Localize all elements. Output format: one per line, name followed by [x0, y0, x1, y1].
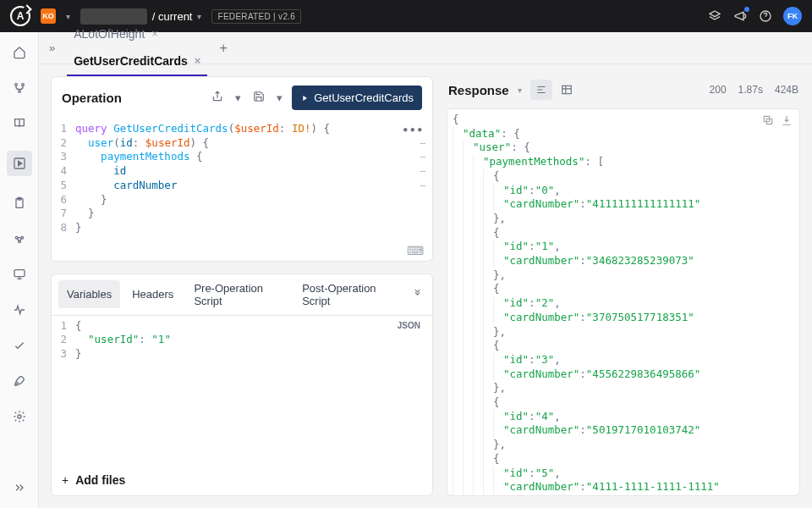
response-title: Response	[448, 83, 509, 97]
kebab-icon[interactable]: •••	[402, 124, 424, 138]
keyboard-icon[interactable]: ⌨	[52, 242, 432, 261]
clipboard-icon[interactable]	[11, 195, 28, 212]
svg-point-2	[21, 84, 24, 86]
subtab[interactable]: Pre-Operation Script	[185, 274, 290, 315]
rocket-icon[interactable]	[11, 373, 28, 389]
response-header: Response ▾ 200 1.87s 424B	[447, 76, 800, 108]
monitor-icon[interactable]	[11, 266, 28, 283]
branch-icon[interactable]	[11, 80, 28, 97]
view-table-icon[interactable]	[556, 80, 578, 100]
svg-rect-12	[562, 86, 571, 93]
share-icon[interactable]	[209, 88, 226, 108]
tabbar: » ALotOfHeight×GetUserCreditCards× +	[39, 32, 812, 64]
sidebar	[0, 32, 39, 508]
operation-title: Operation	[62, 91, 202, 105]
tab[interactable]: ALotOfHeight×	[67, 20, 207, 47]
view-json-icon[interactable]	[530, 80, 552, 100]
svg-point-1	[14, 84, 17, 86]
svg-rect-10	[14, 270, 25, 277]
response-time: 1.87s	[738, 84, 763, 96]
operation-panel: Operation ▾ ▾ GetUserCreditCards ••• 1qu…	[51, 76, 433, 262]
avatar[interactable]: FK	[783, 7, 802, 25]
subtab[interactable]: Variables	[58, 280, 120, 308]
add-files-button[interactable]: + Add files	[52, 465, 432, 495]
collapse-icon[interactable]	[11, 479, 28, 496]
play-icon[interactable]	[7, 151, 32, 176]
cloud-icon[interactable]	[11, 230, 28, 247]
variables-editor[interactable]: 1{2 "userId": "1"3}	[52, 316, 432, 368]
help-icon[interactable]	[758, 8, 773, 24]
svg-point-9	[18, 240, 20, 243]
run-button[interactable]: GetUserCreditCards	[292, 86, 422, 110]
expand-tabs-icon[interactable]: »	[49, 41, 55, 54]
book-icon[interactable]	[11, 115, 28, 132]
layers-icon[interactable]	[707, 8, 722, 24]
announce-icon[interactable]	[732, 8, 748, 24]
copy-icon[interactable]	[762, 114, 774, 129]
home-icon[interactable]	[11, 44, 28, 61]
svg-point-11	[18, 415, 21, 418]
download-icon[interactable]	[781, 114, 793, 129]
add-tab-button[interactable]: +	[214, 41, 232, 56]
status-code: 200	[710, 84, 727, 96]
variables-panel: VariablesHeadersPre-Operation ScriptPost…	[51, 273, 433, 496]
query-editor[interactable]: ••• 1query GetUserCreditCards($userId: I…	[52, 119, 432, 242]
chevron-down-icon[interactable]: ▾	[274, 89, 285, 107]
save-icon[interactable]	[250, 88, 267, 108]
subtab[interactable]: Headers	[123, 280, 182, 308]
svg-point-3	[18, 91, 20, 93]
plus-icon: +	[62, 473, 69, 487]
svg-point-8	[21, 236, 24, 239]
subtab[interactable]: Post-Operation Script	[294, 274, 403, 315]
response-size: 424B	[775, 84, 798, 96]
collapse-icon[interactable]	[409, 285, 425, 304]
chevron-down-icon[interactable]: ▾	[233, 89, 244, 107]
federated-badge: FEDERATED | v2.6	[211, 9, 301, 24]
close-icon[interactable]: ×	[151, 27, 158, 40]
variables-tabs: VariablesHeadersPre-Operation ScriptPost…	[52, 274, 432, 316]
gear-icon[interactable]	[11, 408, 28, 425]
org-badge[interactable]: KO	[41, 8, 56, 24]
logo-icon[interactable]: A	[10, 6, 30, 26]
chevron-down-icon[interactable]: ▾	[518, 86, 522, 95]
pulse-icon[interactable]	[11, 301, 28, 318]
svg-point-7	[15, 236, 18, 239]
response-body[interactable]: {"data": {"user": {"paymentMethods": [{"…	[447, 108, 800, 496]
check-icon[interactable]	[11, 337, 28, 354]
